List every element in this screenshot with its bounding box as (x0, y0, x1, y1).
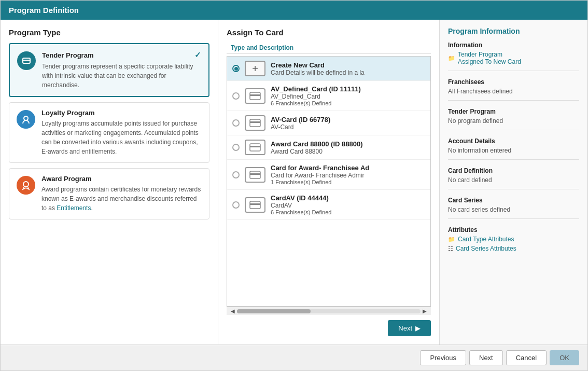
card-icon-award-card (245, 140, 265, 155)
assign-row-new-card[interactable]: + Create New Card Card Details will be d… (227, 57, 430, 81)
info-section-attributes: Attributes 📁 Card Type Attributes ☷ Card… (448, 226, 579, 257)
franchisee-card-desc: Card for Award- Franchisee Admir (271, 172, 425, 179)
dialog-body: Program Type Tender Program ✓ Tender pro… (1, 20, 587, 345)
loyalty-desc: Loyalty programs accumulate points issue… (41, 119, 202, 156)
program-type-title: Program Type (9, 28, 209, 37)
program-card-loyalty[interactable]: Loyalty Program Loyalty programs accumul… (9, 102, 209, 163)
radio-av-defined[interactable] (232, 92, 240, 100)
tender-checkmark: ✓ (194, 50, 201, 60)
dialog-footer: Previous Next Cancel OK (1, 345, 587, 370)
scroll-right-arrow[interactable]: ▶ (421, 307, 429, 315)
info-link-card-type[interactable]: 📁 Card Type Attributes (448, 236, 579, 243)
folder-icon-card-type: 📁 (448, 236, 455, 243)
new-card-plus-icon: + (245, 61, 265, 76)
assign-row-cardav[interactable]: CardAV (ID 44444) CardAV 6 Franchisee(s)… (227, 190, 430, 220)
program-card-tender[interactable]: Tender Program ✓ Tender programs represe… (9, 43, 209, 97)
scroll-left-arrow[interactable]: ◀ (229, 307, 237, 315)
assign-row-franchisee-card[interactable]: Card for Award- Franchisee Ad Card for A… (227, 160, 430, 190)
assign-title: Assign To Card (227, 28, 431, 37)
info-link-card-series-attr[interactable]: ☷ Card Series Attributes (448, 245, 579, 252)
info-section-account: Account Details No information entered (448, 138, 579, 160)
list-icon-card-series: ☷ (448, 245, 453, 252)
loyalty-card-content: Loyalty Program Loyalty programs accumul… (41, 109, 202, 156)
assign-card-list[interactable]: + Create New Card Card Details will be d… (227, 56, 431, 307)
radio-new-card[interactable] (232, 65, 240, 72)
svg-point-3 (23, 182, 29, 187)
info-label-account: Account Details (448, 138, 579, 145)
column-header: Type and Description (231, 44, 293, 51)
assign-table-header: Type and Description (227, 42, 431, 54)
tender-icon (17, 51, 36, 70)
info-section-card-series: Card Series No card series defined (448, 197, 579, 219)
loyalty-title: Loyalty Program (41, 109, 202, 117)
svg-rect-13 (250, 203, 260, 205)
award-title: Award Program (41, 175, 202, 183)
franchisee-card-info: Card for Award- Franchisee Ad Card for A… (271, 164, 425, 185)
award-card-desc: Award Card 88800 (271, 148, 425, 155)
info-section-tender: Tender Program No program defined (448, 108, 579, 130)
card-icon-franchisee-card (245, 167, 265, 183)
card-icon-av-card (245, 115, 265, 131)
info-label-tender: Tender Program (448, 108, 579, 115)
horizontal-scrollbar[interactable]: ◀ ▶ (227, 307, 431, 315)
info-label-franchisees: Franchisees (448, 78, 579, 86)
franchisee-card-name: Card for Award- Franchisee Ad (271, 164, 425, 172)
dialog-title: Program Definition (9, 6, 79, 15)
assign-to-card-panel: Assign To Card Type and Description + Cr… (218, 20, 440, 345)
tender-card-content: Tender Program ✓ Tender programs represe… (42, 50, 201, 90)
dialog-header: Program Definition (1, 1, 587, 20)
middle-next-button[interactable]: Next ▶ (388, 320, 431, 336)
program-info-title: Program Information (448, 27, 579, 35)
award-card-info: Award Card 88800 (ID 88800) Award Card 8… (271, 140, 425, 155)
info-label-attributes: Attributes (448, 226, 579, 233)
info-section-information: Information 📁 Tender ProgramAssigned To … (448, 42, 579, 71)
program-info-panel: Program Information Information 📁 Tender… (440, 20, 587, 345)
middle-next-container: Next ▶ (227, 315, 431, 336)
info-label-information: Information (448, 42, 579, 49)
card-icon-cardav (245, 197, 265, 213)
av-card-info: AV-Card (ID 66778) AV-Card (271, 116, 425, 131)
av-defined-info: AV_Defined_Card (ID 11111) AV_Defined_Ca… (271, 85, 425, 106)
av-defined-name: AV_Defined_Card (ID 11111) (271, 85, 425, 93)
radio-cardav[interactable] (232, 201, 240, 209)
av-defined-desc: AV_Defined_Card (271, 93, 425, 100)
info-label-card-def: Card Definition (448, 167, 579, 174)
cancel-button[interactable]: Cancel (506, 350, 547, 365)
info-value-franchisees: All Franchisees defined (448, 88, 579, 95)
next-arrow-icon: ▶ (415, 324, 421, 332)
folder-icon-information: 📁 (448, 55, 455, 62)
new-card-desc: Card Details will be defined in a la (271, 69, 425, 76)
tender-desc: Tender programs represent a specific cor… (42, 62, 201, 90)
tender-title: Tender Program ✓ (42, 50, 201, 60)
svg-rect-7 (250, 121, 260, 123)
award-card-name: Award Card 88800 (ID 88800) (271, 140, 425, 148)
assign-row-av-card[interactable]: AV-Card (ID 66778) AV-Card (227, 111, 430, 135)
info-value-account: No information entered (448, 147, 579, 154)
program-card-award[interactable]: Award Program Award programs contain cer… (9, 168, 209, 219)
next-button[interactable]: Next (469, 350, 503, 365)
info-value-tender: No program defined (448, 117, 579, 125)
award-icon (17, 176, 35, 195)
info-value-card-series: No card series defined (448, 206, 579, 213)
av-defined-franchisee: 6 Franchisee(s) Defined (271, 100, 425, 106)
svg-rect-9 (250, 146, 260, 147)
radio-franchisee-card[interactable] (232, 171, 240, 178)
scrollbar-thumb[interactable] (237, 309, 311, 313)
svg-point-2 (24, 116, 28, 120)
assign-row-av-defined[interactable]: AV_Defined_Card (ID 11111) AV_Defined_Ca… (227, 81, 430, 111)
new-card-info: Create New Card Card Details will be def… (271, 61, 425, 76)
entitlements-link[interactable]: Entitlements (57, 204, 91, 212)
new-card-name: Create New Card (271, 61, 425, 69)
svg-rect-11 (250, 173, 260, 175)
card-icon-av-defined (245, 88, 265, 104)
info-value-card-def: No card defined (448, 176, 579, 184)
assign-row-award-card[interactable]: Award Card 88800 (ID 88800) Award Card 8… (227, 135, 430, 160)
ok-button[interactable]: OK (550, 350, 579, 365)
cardav-info: CardAV (ID 44444) CardAV 6 Franchisee(s)… (271, 194, 425, 215)
award-desc: Award programs contain certificates for … (41, 185, 202, 213)
loyalty-icon (17, 110, 35, 129)
previous-button[interactable]: Previous (420, 350, 466, 365)
radio-award-card[interactable] (232, 144, 240, 151)
cardav-desc: CardAV (271, 202, 425, 209)
radio-av-card[interactable] (232, 119, 240, 127)
